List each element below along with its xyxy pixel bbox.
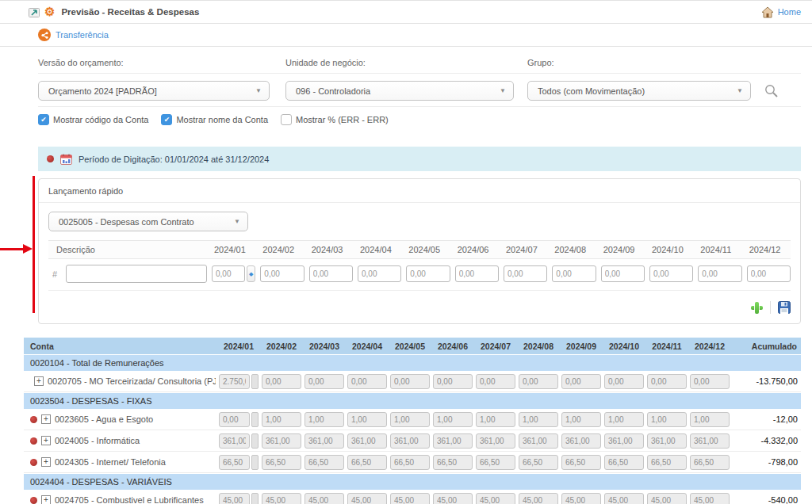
home-button[interactable]: Home [761,6,801,18]
month-value-input[interactable] [347,493,387,504]
quick-entry-row: # ◆ [48,259,791,291]
chevron-down-icon: ▼ [737,87,743,94]
checkbox-show-percent[interactable]: ✔ Mostrar % (ERR - ERR) [281,114,389,125]
search-button[interactable] [764,83,779,99]
quick-entry-month-input[interactable] [309,265,353,282]
group-select[interactable]: Todos (com Movimentação) ▼ [527,81,751,101]
month-value-input[interactable] [219,412,250,427]
quick-entry-account-select[interactable]: 0025005 - Despesas com Contrato ▼ [48,212,248,231]
month-value-input[interactable] [476,412,515,427]
month-value-input[interactable] [561,493,601,504]
month-value-input[interactable] [476,455,515,470]
month-value-input[interactable] [433,455,473,470]
accounts-table-header: Conta 2024/012024/022024/032024/042024/0… [24,338,801,354]
description-header: Descrição [48,245,207,254]
month-value-input[interactable] [647,412,687,427]
quick-entry-month-input[interactable] [358,265,401,282]
month-value-input[interactable] [304,433,344,449]
month-value-input[interactable] [476,374,515,389]
checkbox-show-account-code[interactable]: ✔ Mostrar código da Conta [38,114,148,125]
quick-entry-month-input[interactable] [601,265,645,282]
month-value-input[interactable] [519,374,558,389]
month-value-cell [219,493,259,504]
month-value-input[interactable] [433,412,473,427]
month-value-input[interactable] [219,433,250,449]
month-value-input[interactable] [519,433,558,449]
month-value-input[interactable] [262,374,301,389]
month-value-input[interactable] [604,412,644,427]
quick-entry-month-input[interactable] [212,265,245,282]
quick-entry-month-input[interactable] [455,265,499,282]
replicate-button[interactable]: ◆ [247,265,255,282]
expand-icon[interactable]: + [41,414,51,424]
month-value-input[interactable] [604,374,644,389]
month-value-input[interactable] [647,433,687,449]
budget-version-select[interactable]: Orçamento 2024 [PADRÃO] ▼ [38,81,270,101]
month-value-input[interactable] [262,433,301,449]
month-value-input[interactable] [262,493,301,504]
month-value-input[interactable] [433,433,473,449]
month-value-input[interactable] [604,455,644,470]
month-value-input[interactable] [304,412,344,427]
month-value-input[interactable] [347,412,387,427]
month-value-input[interactable] [561,433,601,449]
month-value-input[interactable] [219,493,250,504]
expand-icon[interactable]: + [41,457,51,467]
month-value-input[interactable] [347,455,387,470]
month-value-input[interactable] [690,433,730,449]
month-value-input[interactable] [347,374,387,389]
month-header: 2024/03 [304,342,344,351]
month-value-input[interactable] [561,455,601,470]
month-value-input[interactable] [390,493,430,504]
calendar-icon [60,154,72,165]
month-value-input[interactable] [390,412,430,427]
month-value-input[interactable] [219,455,250,470]
month-value-input[interactable] [304,455,344,470]
month-value-input[interactable] [262,455,301,470]
quick-entry-month-input[interactable] [260,265,304,282]
add-row-button[interactable] [751,302,763,314]
quick-entry-month-input[interactable] [747,265,791,282]
month-value-input[interactable] [433,493,473,504]
month-value-input[interactable] [690,374,730,389]
checkbox-show-account-name[interactable]: ✔ Mostrar nome da Conta [161,114,268,125]
expand-icon[interactable]: + [41,436,51,445]
month-value-input[interactable] [561,374,601,389]
description-input[interactable] [66,265,207,283]
month-value-input[interactable] [690,455,730,470]
month-value-input[interactable] [647,374,687,389]
month-value-input[interactable] [304,374,344,389]
month-value-input[interactable] [390,455,430,470]
quick-entry-month-input[interactable] [698,265,741,282]
month-value-input[interactable] [647,455,687,470]
month-value-input[interactable] [519,455,558,470]
month-value-input[interactable] [304,493,344,504]
month-value-input[interactable] [476,493,515,504]
expand-icon[interactable]: + [41,495,51,504]
month-value-input[interactable] [561,412,601,427]
month-value-input[interactable] [262,412,301,427]
month-value-input[interactable] [604,433,644,449]
quick-entry-month-input[interactable] [552,265,596,282]
month-value-input[interactable] [519,493,558,504]
quick-entry-month-input[interactable] [504,265,547,282]
quick-entry-month-input[interactable] [406,265,450,282]
business-unit-select[interactable]: 096 - Controladoria ▼ [285,81,514,101]
month-value-input[interactable] [690,412,730,427]
month-value-input[interactable] [390,433,430,449]
month-value-cell [390,433,430,449]
quick-entry-month-input[interactable] [649,265,693,282]
month-value-input[interactable] [647,493,687,504]
save-button[interactable] [778,301,791,314]
month-value-input[interactable] [219,374,250,389]
month-value-input[interactable] [519,412,558,427]
transfer-link[interactable]: Transferência [56,30,109,40]
month-value-cell [604,412,644,427]
month-value-input[interactable] [347,433,387,449]
month-value-input[interactable] [690,493,730,504]
month-value-input[interactable] [433,374,473,389]
month-value-input[interactable] [604,493,644,504]
month-value-input[interactable] [476,433,515,449]
month-value-input[interactable] [390,374,430,389]
expand-icon[interactable]: + [34,376,44,386]
